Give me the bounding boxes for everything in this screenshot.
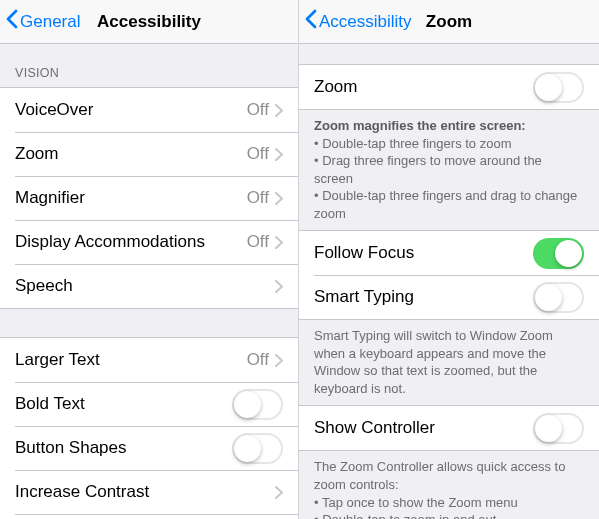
row-value: Off <box>247 232 269 252</box>
chevron-right-icon <box>275 236 283 249</box>
row-button-shapes[interactable]: Button Shapes <box>0 426 298 470</box>
controller-footer: The Zoom Controller allows quick access … <box>299 451 599 519</box>
navbar-right: Accessibility Zoom <box>299 0 599 44</box>
zoom-footer: Zoom magnifies the entire screen: • Doub… <box>299 110 599 230</box>
row-label: Show Controller <box>314 418 533 438</box>
chevron-right-icon <box>275 192 283 205</box>
chevron-right-icon <box>275 354 283 367</box>
chevron-right-icon <box>275 486 283 499</box>
back-label: Accessibility <box>319 12 412 32</box>
row-value: Off <box>247 350 269 370</box>
row-label: Smart Typing <box>314 287 533 307</box>
controller-group: Show Controller <box>299 405 599 451</box>
row-value: Off <box>247 188 269 208</box>
zoom-switch[interactable] <box>533 72 584 103</box>
chevron-right-icon <box>275 280 283 293</box>
row-value: Off <box>247 144 269 164</box>
row-speech[interactable]: Speech <box>0 264 298 308</box>
chevron-right-icon <box>275 148 283 161</box>
row-display-accommodations[interactable]: Display Accommodations Off <box>0 220 298 264</box>
row-label: Follow Focus <box>314 243 533 263</box>
row-label: Zoom <box>15 144 247 164</box>
row-show-controller[interactable]: Show Controller <box>299 406 599 450</box>
button-shapes-switch[interactable] <box>232 433 283 464</box>
focus-group: Follow Focus Smart Typing <box>299 230 599 320</box>
row-label: Larger Text <box>15 350 247 370</box>
row-voiceover[interactable]: VoiceOver Off <box>0 88 298 132</box>
show-controller-switch[interactable] <box>533 413 584 444</box>
row-zoom-toggle[interactable]: Zoom <box>299 65 599 109</box>
row-label: Magnifier <box>15 188 247 208</box>
section-header-vision: Vision <box>0 44 298 87</box>
follow-focus-switch[interactable] <box>533 238 584 269</box>
row-label: Button Shapes <box>15 438 232 458</box>
row-bold-text[interactable]: Bold Text <box>0 382 298 426</box>
back-chevron-icon <box>6 9 20 34</box>
smart-typing-switch[interactable] <box>533 282 584 313</box>
back-button-general[interactable]: General <box>0 9 80 34</box>
row-label: Zoom <box>314 77 533 97</box>
row-label: Display Accommodations <box>15 232 247 252</box>
back-chevron-icon <box>305 9 319 34</box>
row-magnifier[interactable]: Magnifier Off <box>0 176 298 220</box>
row-zoom[interactable]: Zoom Off <box>0 132 298 176</box>
row-reduce-motion[interactable]: Reduce Motion <box>0 514 298 519</box>
zoom-settings-pane: Accessibility Zoom Zoom Zoom magnifies t… <box>299 0 599 519</box>
accessibility-settings-pane: General Accessibility Vision VoiceOver O… <box>0 0 299 519</box>
row-label: VoiceOver <box>15 100 247 120</box>
vision-group: VoiceOver Off Zoom Off Magnifier Off Dis… <box>0 87 298 309</box>
row-value: Off <box>247 100 269 120</box>
back-button-accessibility[interactable]: Accessibility <box>299 9 412 34</box>
row-increase-contrast[interactable]: Increase Contrast <box>0 470 298 514</box>
row-label: Increase Contrast <box>15 482 275 502</box>
scroll-area-left[interactable]: Vision VoiceOver Off Zoom Off Magnifier … <box>0 44 298 519</box>
row-larger-text[interactable]: Larger Text Off <box>0 338 298 382</box>
back-label: General <box>20 12 80 32</box>
row-smart-typing[interactable]: Smart Typing <box>299 275 599 319</box>
chevron-right-icon <box>275 104 283 117</box>
text-group: Larger Text Off Bold Text Button Shapes … <box>0 337 298 519</box>
zoom-group: Zoom <box>299 64 599 110</box>
navbar-left: General Accessibility <box>0 0 298 44</box>
bold-text-switch[interactable] <box>232 389 283 420</box>
smart-typing-footer: Smart Typing will switch to Window Zoom … <box>299 320 599 405</box>
row-label: Speech <box>15 276 275 296</box>
scroll-area-right[interactable]: Zoom Zoom magnifies the entire screen: •… <box>299 44 599 519</box>
row-follow-focus[interactable]: Follow Focus <box>299 231 599 275</box>
row-label: Bold Text <box>15 394 232 414</box>
